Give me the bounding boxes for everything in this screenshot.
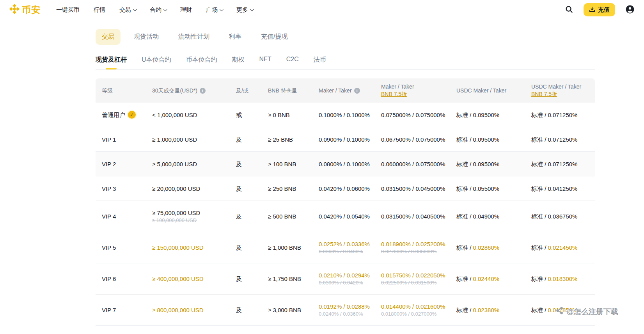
usdc-bnb-taker-value: 0.018300% bbox=[548, 275, 578, 282]
standard-label: 标准 / bbox=[456, 185, 473, 192]
maker-taker-bnb-discount-old-value: 0.027000% / 0.036000% bbox=[381, 248, 450, 255]
volume-value: ≥ 75,000,000 USD bbox=[152, 209, 230, 217]
watermark: @怎么注册下载 bbox=[555, 306, 618, 317]
header-usdc-bnb-label: USDC Maker / Taker bbox=[531, 83, 595, 91]
subtab-期权[interactable]: 期权 bbox=[232, 56, 245, 69]
nav-item-label: 理财 bbox=[180, 6, 192, 14]
header-maker-taker-bnb-label: Maker / Taker bbox=[381, 83, 450, 91]
usdc-bnb-taker-value: 0.021450% bbox=[548, 244, 578, 251]
fees-page: 交易现货活动流动性计划利率充值/提现 现货及杠杆U本位合约币本位合约期权NFTC… bbox=[96, 29, 595, 326]
nav-item-广场[interactable]: 广场 bbox=[206, 6, 222, 14]
bnb-holding-value: ≥ 1,000 BNB bbox=[262, 240, 312, 255]
chevron-down-icon bbox=[250, 7, 254, 11]
chevron-down-icon bbox=[133, 7, 137, 11]
subtab-币本位合约[interactable]: 币本位合约 bbox=[186, 56, 217, 69]
maker-taker-bnb-discount-value: 0.075000% / 0.075000% bbox=[381, 111, 450, 119]
table-row[interactable]: VIP 2 ≥ 5,000,000 USD 及 ≥ 100 BNB 0.0800… bbox=[96, 152, 595, 176]
nav-item-label: 交易 bbox=[119, 6, 131, 14]
bnb-holding-value: ≥ 100 BNB bbox=[262, 157, 312, 171]
deposit-button[interactable]: 充值 bbox=[584, 3, 615, 16]
chevron-down-icon bbox=[220, 7, 224, 11]
table-row[interactable]: VIP 4 ≥ 75,000,000 USD ≥ 100,000,000 USD… bbox=[96, 201, 595, 232]
bnb-discount-link[interactable]: BNB 7.5折 bbox=[381, 91, 407, 97]
and-or-value: 及 bbox=[230, 157, 262, 171]
tab-交易[interactable]: 交易 bbox=[96, 29, 121, 45]
tab-现货活动[interactable]: 现货活动 bbox=[128, 29, 165, 45]
vip-level-label: VIP 1 bbox=[102, 135, 116, 144]
binance-logo[interactable]: 币安 bbox=[9, 4, 41, 16]
tab-利率[interactable]: 利率 bbox=[223, 29, 248, 45]
bnb-discount-link[interactable]: BNB 7.5折 bbox=[531, 91, 557, 97]
subtab-U本位合约[interactable]: U本位合约 bbox=[142, 56, 171, 69]
maker-taker-value: 0.0252% / 0.0336% bbox=[319, 240, 375, 248]
search-button[interactable] bbox=[565, 5, 573, 15]
bnb-holding-value: ≥ 1,750 BNB bbox=[262, 272, 312, 286]
top-nav: 币安 一键买币行情交易合约理财广场更多 充值 bbox=[0, 0, 644, 20]
table-header: 等级 30天成交量(USD*)i 及/或 BNB 持仓量 Maker / Tak… bbox=[96, 78, 595, 103]
vip-level-label: VIP 5 bbox=[102, 243, 116, 252]
header-usdc-maker-taker: USDC Maker / Taker bbox=[450, 83, 525, 98]
account-button[interactable] bbox=[625, 5, 635, 15]
table-row[interactable]: VIP 7 ≥ 800,000,000 USD 及 ≥ 3,000 BNB 0.… bbox=[96, 295, 595, 326]
nav-item-更多[interactable]: 更多 bbox=[236, 6, 253, 14]
and-or-value: 及 bbox=[230, 303, 262, 317]
volume-value: ≥ 5,000,000 USD bbox=[152, 160, 230, 168]
standard-label: 标准 / bbox=[531, 161, 548, 167]
nav-item-一键买币[interactable]: 一键买币 bbox=[56, 6, 80, 14]
vip-level-label: VIP 4 bbox=[102, 212, 116, 220]
maker-taker-value: 0.0420% / 0.0540% bbox=[319, 212, 375, 220]
subtab-法币[interactable]: 法币 bbox=[314, 56, 326, 69]
tab-bar: 交易现货活动流动性计划利率充值/提现 bbox=[96, 29, 595, 45]
table-row[interactable]: VIP 6 ≥ 400,000,000 USD 及 ≥ 1,750 BNB 0.… bbox=[96, 263, 595, 295]
header-level: 等级 bbox=[96, 83, 146, 98]
standard-label: 标准 / bbox=[456, 275, 473, 282]
search-icon bbox=[565, 5, 573, 15]
nav-item-label: 合约 bbox=[150, 6, 161, 14]
header-usdc-maker-taker-bnb: USDC Maker / Taker BNB 7.5折 bbox=[525, 79, 595, 102]
bnb-holding-value: ≥ 0 BNB bbox=[262, 108, 312, 122]
bnb-holding-value: ≥ 500 BNB bbox=[262, 209, 312, 224]
standard-label: 标准 / bbox=[531, 307, 548, 313]
table-row[interactable]: VIP 1 ≥ 1,000,000 USD 及 ≥ 25 BNB 0.0900%… bbox=[96, 127, 595, 152]
usdc-taker-value: 0.09500% bbox=[473, 161, 500, 167]
usdc-taker-value: 0.02440% bbox=[473, 275, 500, 282]
maker-taker-bnb-discount-value: 0.060000% / 0.075000% bbox=[381, 160, 450, 168]
binance-diamond-icon bbox=[9, 4, 20, 16]
usdc-bnb-taker-value: 0.071250% bbox=[548, 161, 578, 167]
volume-value: ≥ 20,000,000 USD bbox=[152, 185, 230, 193]
tab-流动性计划[interactable]: 流动性计划 bbox=[172, 29, 216, 45]
info-icon[interactable]: i bbox=[354, 88, 360, 94]
and-or-value: 及 bbox=[230, 209, 262, 224]
header-and-or: 及/或 bbox=[230, 83, 262, 98]
nav-item-label: 一键买币 bbox=[56, 6, 80, 14]
tab-充值/提现[interactable]: 充值/提现 bbox=[255, 29, 294, 45]
table-row[interactable]: 普通用户 ✓ < 1,000,000 USD 或 ≥ 0 BNB 0.1000%… bbox=[96, 103, 595, 127]
vip-level-label: VIP 3 bbox=[102, 185, 116, 193]
subtab-C2C[interactable]: C2C bbox=[286, 56, 299, 68]
volume-value: ≥ 1,000,000 USD bbox=[152, 135, 230, 144]
bnb-holding-value: ≥ 3,000 BNB bbox=[262, 303, 312, 317]
subtab-NFT[interactable]: NFT bbox=[259, 56, 271, 68]
nav-item-理财[interactable]: 理财 bbox=[180, 6, 192, 14]
subtab-现货及杠杆[interactable]: 现货及杠杆 bbox=[96, 56, 127, 69]
table-body: 普通用户 ✓ < 1,000,000 USD 或 ≥ 0 BNB 0.1000%… bbox=[96, 103, 595, 326]
verified-badge-icon: ✓ bbox=[128, 111, 136, 119]
info-icon[interactable]: i bbox=[200, 88, 206, 94]
volume-value: ≥ 150,000,000 USD bbox=[152, 243, 230, 252]
standard-label: 标准 / bbox=[456, 161, 473, 167]
table-row[interactable]: VIP 5 ≥ 150,000,000 USD 及 ≥ 1,000 BNB 0.… bbox=[96, 232, 595, 263]
nav-item-合约[interactable]: 合约 bbox=[150, 6, 166, 14]
active-tab-underline bbox=[106, 68, 117, 69]
table-row[interactable]: VIP 3 ≥ 20,000,000 USD 及 ≥ 250 BNB 0.042… bbox=[96, 176, 595, 201]
usdc-bnb-taker-value: 0.071250% bbox=[548, 112, 578, 118]
bnb-holding-value: ≥ 25 BNB bbox=[262, 132, 312, 147]
nav-item-行情[interactable]: 行情 bbox=[94, 6, 105, 14]
nav-item-交易[interactable]: 交易 bbox=[119, 6, 136, 14]
nav-item-label: 更多 bbox=[236, 6, 248, 14]
nav-item-label: 广场 bbox=[206, 6, 218, 14]
and-or-value: 及 bbox=[230, 132, 262, 147]
standard-label: 标准 / bbox=[531, 185, 548, 192]
maker-taker-bnb-discount-value: 0.031500% / 0.045000% bbox=[381, 185, 450, 193]
volume-value: ≥ 800,000,000 USD bbox=[152, 306, 230, 314]
subtab-bar: 现货及杠杆U本位合约币本位合约期权NFTC2C法币 bbox=[96, 56, 595, 70]
